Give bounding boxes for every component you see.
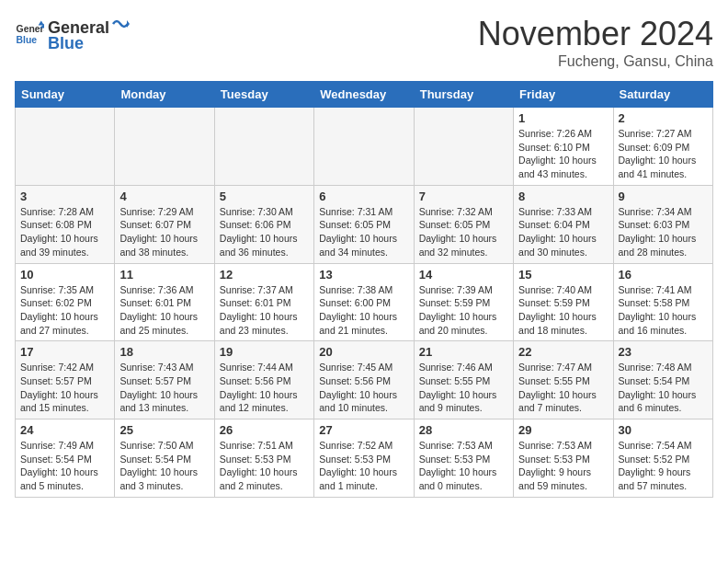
day-number: 14 (419, 268, 508, 282)
day-info: Sunrise: 7:46 AM Sunset: 5:55 PM Dayligh… (419, 361, 508, 415)
day-info: Sunrise: 7:40 AM Sunset: 5:59 PM Dayligh… (518, 283, 608, 338)
calendar-day: 17Sunrise: 7:42 AM Sunset: 5:57 PM Dayli… (16, 341, 115, 419)
day-number: 10 (20, 268, 109, 282)
svg-marker-4 (127, 20, 130, 28)
day-info: Sunrise: 7:42 AM Sunset: 5:57 PM Dayligh… (20, 361, 109, 415)
calendar-day: 13Sunrise: 7:38 AM Sunset: 6:00 PM Dayli… (314, 263, 414, 341)
week-row-2: 3Sunrise: 7:28 AM Sunset: 6:08 PM Daylig… (16, 185, 713, 263)
day-info: Sunrise: 7:37 AM Sunset: 6:01 PM Dayligh… (220, 283, 309, 338)
day-number: 22 (518, 345, 608, 359)
day-info: Sunrise: 7:43 AM Sunset: 5:57 PM Dayligh… (119, 361, 209, 415)
calendar-day: 10Sunrise: 7:35 AM Sunset: 6:02 PM Dayli… (16, 263, 115, 341)
day-number: 30 (619, 423, 708, 437)
day-number: 12 (220, 268, 309, 282)
day-info: Sunrise: 7:54 AM Sunset: 5:52 PM Dayligh… (619, 439, 708, 493)
day-number: 20 (319, 345, 408, 359)
calendar-day: 30Sunrise: 7:54 AM Sunset: 5:52 PM Dayli… (613, 419, 712, 498)
day-number: 2 (619, 111, 708, 125)
svg-text:General: General (17, 24, 44, 34)
calendar-day: 9Sunrise: 7:34 AM Sunset: 6:03 PM Daylig… (613, 185, 712, 263)
calendar-day: 8Sunrise: 7:33 AM Sunset: 6:04 PM Daylig… (514, 185, 613, 263)
page-header: General Blue General Blue November 2024 … (15, 15, 713, 70)
day-number: 23 (619, 345, 708, 359)
calendar-day (214, 108, 313, 186)
week-row-4: 17Sunrise: 7:42 AM Sunset: 5:57 PM Dayli… (16, 341, 713, 419)
day-info: Sunrise: 7:49 AM Sunset: 5:54 PM Dayligh… (20, 439, 109, 493)
day-number: 21 (419, 345, 508, 359)
calendar-day: 15Sunrise: 7:40 AM Sunset: 5:59 PM Dayli… (514, 263, 613, 341)
calendar-day: 25Sunrise: 7:50 AM Sunset: 5:54 PM Dayli… (115, 419, 214, 498)
calendar-day: 21Sunrise: 7:46 AM Sunset: 5:55 PM Dayli… (414, 341, 513, 419)
day-info: Sunrise: 7:38 AM Sunset: 6:00 PM Dayligh… (319, 283, 408, 338)
day-number: 19 (220, 345, 309, 359)
day-info: Sunrise: 7:47 AM Sunset: 5:55 PM Dayligh… (518, 361, 608, 415)
weekday-header-thursday: Thursday (414, 82, 513, 108)
calendar-day: 18Sunrise: 7:43 AM Sunset: 5:57 PM Dayli… (115, 341, 214, 419)
calendar-day: 2Sunrise: 7:27 AM Sunset: 6:09 PM Daylig… (613, 108, 712, 186)
day-number: 24 (20, 423, 109, 437)
day-info: Sunrise: 7:36 AM Sunset: 6:01 PM Dayligh… (119, 283, 209, 338)
day-number: 1 (518, 111, 608, 125)
calendar-day (115, 108, 214, 186)
calendar-day (414, 108, 513, 186)
day-number: 25 (119, 423, 209, 437)
calendar-day: 14Sunrise: 7:39 AM Sunset: 5:59 PM Dayli… (414, 263, 513, 341)
day-info: Sunrise: 7:45 AM Sunset: 5:56 PM Dayligh… (319, 361, 408, 415)
weekday-header-wednesday: Wednesday (314, 82, 414, 108)
day-number: 6 (319, 190, 408, 203)
day-info: Sunrise: 7:50 AM Sunset: 5:54 PM Dayligh… (119, 439, 209, 493)
calendar-day: 26Sunrise: 7:51 AM Sunset: 5:53 PM Dayli… (214, 419, 313, 498)
day-info: Sunrise: 7:26 AM Sunset: 6:10 PM Dayligh… (518, 127, 608, 181)
day-number: 3 (20, 190, 109, 203)
calendar-day: 5Sunrise: 7:30 AM Sunset: 6:06 PM Daylig… (214, 185, 313, 263)
day-number: 13 (319, 268, 408, 282)
svg-marker-2 (39, 21, 44, 26)
calendar-day: 11Sunrise: 7:36 AM Sunset: 6:01 PM Dayli… (115, 263, 214, 341)
day-number: 7 (419, 190, 508, 203)
day-info: Sunrise: 7:28 AM Sunset: 6:08 PM Dayligh… (20, 205, 109, 259)
weekday-header-row: SundayMondayTuesdayWednesdayThursdayFrid… (16, 82, 713, 108)
weekday-header-saturday: Saturday (613, 82, 712, 108)
day-info: Sunrise: 7:34 AM Sunset: 6:03 PM Dayligh… (619, 205, 708, 259)
day-number: 15 (518, 268, 608, 282)
weekday-header-tuesday: Tuesday (214, 82, 313, 108)
day-number: 5 (220, 190, 309, 203)
calendar-day: 28Sunrise: 7:53 AM Sunset: 5:53 PM Dayli… (414, 419, 513, 498)
day-info: Sunrise: 7:51 AM Sunset: 5:53 PM Dayligh… (220, 439, 309, 493)
day-number: 27 (319, 423, 408, 437)
weekday-header-monday: Monday (115, 82, 214, 108)
day-info: Sunrise: 7:53 AM Sunset: 5:53 PM Dayligh… (419, 439, 508, 493)
week-row-5: 24Sunrise: 7:49 AM Sunset: 5:54 PM Dayli… (16, 419, 713, 498)
day-info: Sunrise: 7:32 AM Sunset: 6:05 PM Dayligh… (419, 205, 508, 259)
weekday-header-friday: Friday (514, 82, 613, 108)
calendar-day: 24Sunrise: 7:49 AM Sunset: 5:54 PM Dayli… (16, 419, 115, 498)
day-number: 9 (619, 190, 708, 203)
weekday-header-sunday: Sunday (16, 82, 115, 108)
day-info: Sunrise: 7:33 AM Sunset: 6:04 PM Dayligh… (518, 205, 608, 259)
calendar-table: SundayMondayTuesdayWednesdayThursdayFrid… (15, 81, 713, 498)
calendar-day: 19Sunrise: 7:44 AM Sunset: 5:56 PM Dayli… (214, 341, 313, 419)
day-info: Sunrise: 7:39 AM Sunset: 5:59 PM Dayligh… (419, 283, 508, 338)
calendar-day: 23Sunrise: 7:48 AM Sunset: 5:54 PM Dayli… (613, 341, 712, 419)
day-number: 18 (119, 345, 209, 359)
logo-wave-icon (111, 15, 130, 33)
calendar-day: 12Sunrise: 7:37 AM Sunset: 6:01 PM Dayli… (214, 263, 313, 341)
day-number: 16 (619, 268, 708, 282)
day-info: Sunrise: 7:29 AM Sunset: 6:07 PM Dayligh… (119, 205, 209, 259)
title-block: November 2024 Fucheng, Gansu, China (478, 15, 713, 70)
week-row-1: 1Sunrise: 7:26 AM Sunset: 6:10 PM Daylig… (16, 108, 713, 186)
day-info: Sunrise: 7:35 AM Sunset: 6:02 PM Dayligh… (20, 283, 109, 338)
calendar-day: 20Sunrise: 7:45 AM Sunset: 5:56 PM Dayli… (314, 341, 414, 419)
day-info: Sunrise: 7:52 AM Sunset: 5:53 PM Dayligh… (319, 439, 408, 493)
logo: General Blue General Blue (15, 15, 130, 53)
day-info: Sunrise: 7:53 AM Sunset: 5:53 PM Dayligh… (518, 439, 608, 493)
month-title: November 2024 (478, 15, 713, 53)
calendar-day: 4Sunrise: 7:29 AM Sunset: 6:07 PM Daylig… (115, 185, 214, 263)
calendar-day: 22Sunrise: 7:47 AM Sunset: 5:55 PM Dayli… (514, 341, 613, 419)
calendar-day: 29Sunrise: 7:53 AM Sunset: 5:53 PM Dayli… (514, 419, 613, 498)
day-number: 26 (220, 423, 309, 437)
day-info: Sunrise: 7:44 AM Sunset: 5:56 PM Dayligh… (220, 361, 309, 415)
day-number: 11 (119, 268, 209, 282)
day-info: Sunrise: 7:48 AM Sunset: 5:54 PM Dayligh… (619, 361, 708, 415)
calendar-day: 1Sunrise: 7:26 AM Sunset: 6:10 PM Daylig… (514, 108, 613, 186)
